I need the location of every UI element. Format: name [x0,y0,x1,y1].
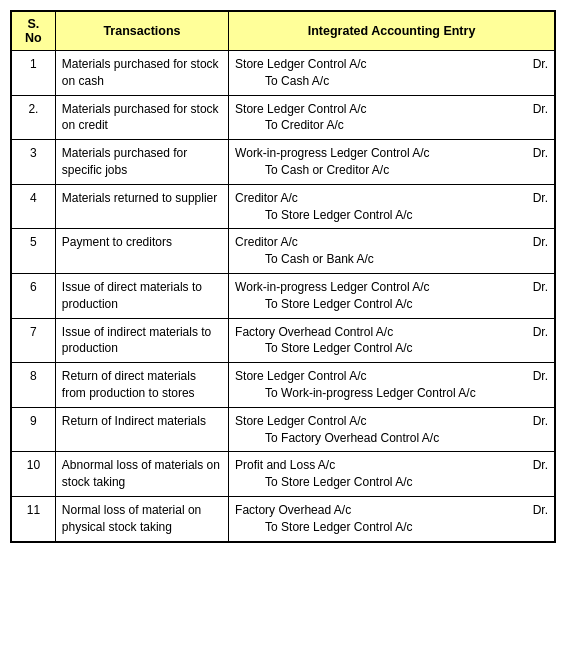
table-row: 4Materials returned to supplierCreditor … [12,184,555,229]
entry-debit-account: Store Ledger Control A/c [235,101,529,118]
entry-line-1: Factory Overhead A/cDr. [235,502,548,519]
table-row: 1Materials purchased for stock on cashSt… [12,51,555,96]
entry-debit-account: Factory Overhead Control A/c [235,324,529,341]
dr-label: Dr. [529,324,548,341]
cell-sno: 9 [12,407,56,452]
table-body: 1Materials purchased for stock on cashSt… [12,51,555,542]
cell-sno: 6 [12,273,56,318]
cell-transaction: Return of Indirect materials [55,407,228,452]
table-row: 10Abnormal loss of materials on stock ta… [12,452,555,497]
cell-entry: Factory Overhead A/cDr.To Store Ledger C… [229,496,555,541]
entry-line-1: Creditor A/cDr. [235,190,548,207]
cell-sno: 3 [12,140,56,185]
entry-line-2: To Store Ledger Control A/c [235,296,548,313]
entry-debit-account: Store Ledger Control A/c [235,368,529,385]
cell-entry: Profit and Loss A/cDr.To Store Ledger Co… [229,452,555,497]
cell-transaction: Issue of indirect materials to productio… [55,318,228,363]
cell-entry: Store Ledger Control A/cDr.To Work-in-pr… [229,363,555,408]
entry-line-1: Work-in-progress Ledger Control A/cDr. [235,279,548,296]
cell-transaction: Return of direct materials from producti… [55,363,228,408]
entry-line-1: Profit and Loss A/cDr. [235,457,548,474]
table-row: 8Return of direct materials from product… [12,363,555,408]
entry-line-1: Store Ledger Control A/cDr. [235,368,548,385]
cell-transaction: Issue of direct materials to production [55,273,228,318]
entry-line-1: Factory Overhead Control A/cDr. [235,324,548,341]
dr-label: Dr. [529,413,548,430]
table-row: 3Materials purchased for specific jobsWo… [12,140,555,185]
main-table-container: S. No Transactions Integrated Accounting… [10,10,556,543]
cell-transaction: Payment to creditors [55,229,228,274]
cell-transaction: Materials purchased for stock on cash [55,51,228,96]
entry-debit-account: Factory Overhead A/c [235,502,529,519]
cell-sno: 11 [12,496,56,541]
cell-sno: 5 [12,229,56,274]
entry-debit-account: Work-in-progress Ledger Control A/c [235,145,529,162]
cell-transaction: Materials purchased for stock on credit [55,95,228,140]
dr-label: Dr. [529,101,548,118]
entry-line-2: To Cash or Bank A/c [235,251,548,268]
cell-entry: Creditor A/cDr.To Cash or Bank A/c [229,229,555,274]
entry-line-2: To Cash A/c [235,73,548,90]
entry-line-2: To Creditor A/c [235,117,548,134]
entry-line-1: Store Ledger Control A/cDr. [235,413,548,430]
cell-entry: Store Ledger Control A/cDr.To Cash A/c [229,51,555,96]
cell-sno: 7 [12,318,56,363]
cell-entry: Store Ledger Control A/cDr.To Creditor A… [229,95,555,140]
entry-line-1: Work-in-progress Ledger Control A/cDr. [235,145,548,162]
entry-line-2: To Store Ledger Control A/c [235,340,548,357]
entry-debit-account: Store Ledger Control A/c [235,413,529,430]
table-row: 9Return of Indirect materialsStore Ledge… [12,407,555,452]
cell-sno: 4 [12,184,56,229]
entry-debit-account: Profit and Loss A/c [235,457,529,474]
dr-label: Dr. [529,56,548,73]
cell-entry: Work-in-progress Ledger Control A/cDr.To… [229,140,555,185]
entry-line-2: To Store Ledger Control A/c [235,207,548,224]
table-row: 11Normal loss of material on physical st… [12,496,555,541]
cell-transaction: Materials purchased for specific jobs [55,140,228,185]
table-row: 7Issue of indirect materials to producti… [12,318,555,363]
cell-entry: Work-in-progress Ledger Control A/cDr.To… [229,273,555,318]
cell-transaction: Normal loss of material on physical stoc… [55,496,228,541]
dr-label: Dr. [529,368,548,385]
entry-line-1: Store Ledger Control A/cDr. [235,101,548,118]
table-row: 5Payment to creditorsCreditor A/cDr.To C… [12,229,555,274]
cell-entry: Store Ledger Control A/cDr.To Factory Ov… [229,407,555,452]
cell-entry: Creditor A/cDr.To Store Ledger Control A… [229,184,555,229]
dr-label: Dr. [529,190,548,207]
table-row: 2.Materials purchased for stock on credi… [12,95,555,140]
dr-label: Dr. [529,457,548,474]
dr-label: Dr. [529,234,548,251]
entry-line-1: Store Ledger Control A/cDr. [235,56,548,73]
cell-sno: 2. [12,95,56,140]
entry-line-2: To Cash or Creditor A/c [235,162,548,179]
entry-line-2: To Store Ledger Control A/c [235,519,548,536]
entry-line-2: To Work-in-progress Ledger Control A/c [235,385,548,402]
entry-line-2: To Factory Overhead Control A/c [235,430,548,447]
header-sno: S. No [12,12,56,51]
table-row: 6Issue of direct materials to production… [12,273,555,318]
entry-debit-account: Store Ledger Control A/c [235,56,529,73]
table-header-row: S. No Transactions Integrated Accounting… [12,12,555,51]
entry-line-2: To Store Ledger Control A/c [235,474,548,491]
header-entry: Integrated Accounting Entry [229,12,555,51]
dr-label: Dr. [529,502,548,519]
header-transactions: Transactions [55,12,228,51]
cell-transaction: Materials returned to supplier [55,184,228,229]
accounting-table: S. No Transactions Integrated Accounting… [11,11,555,542]
entry-debit-account: Creditor A/c [235,234,529,251]
dr-label: Dr. [529,145,548,162]
cell-sno: 10 [12,452,56,497]
cell-entry: Factory Overhead Control A/cDr.To Store … [229,318,555,363]
cell-sno: 1 [12,51,56,96]
entry-line-1: Creditor A/cDr. [235,234,548,251]
cell-sno: 8 [12,363,56,408]
cell-transaction: Abnormal loss of materials on stock taki… [55,452,228,497]
entry-debit-account: Work-in-progress Ledger Control A/c [235,279,529,296]
entry-debit-account: Creditor A/c [235,190,529,207]
dr-label: Dr. [529,279,548,296]
